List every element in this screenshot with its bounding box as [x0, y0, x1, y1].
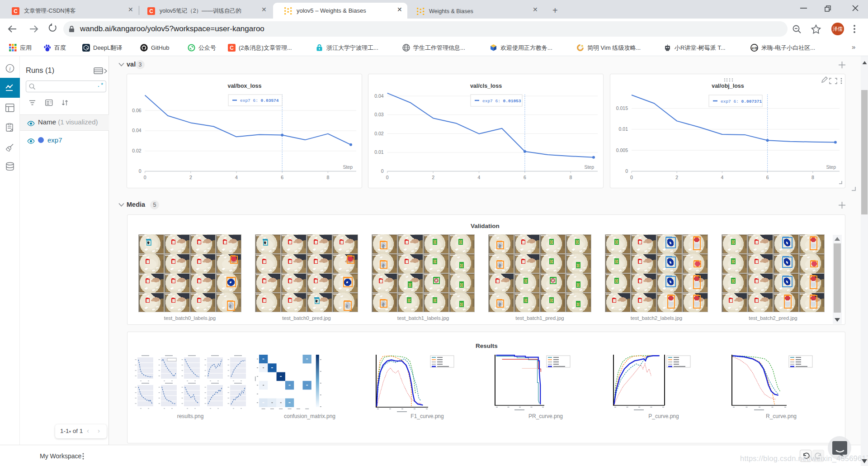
svg-text:0.01: 0.01 [619, 126, 628, 132]
svg-text:4: 4 [721, 175, 723, 180]
svg-text:6: 6 [524, 175, 526, 180]
svg-text:0: 0 [625, 168, 628, 174]
svg-text:0.005: 0.005 [616, 147, 628, 153]
svg-text:2: 2 [675, 175, 678, 180]
svg-text:Step: Step [343, 164, 353, 170]
svg-text:2: 2 [189, 175, 192, 180]
svg-text:0.06: 0.06 [132, 108, 142, 113]
svg-text:C: C [230, 45, 234, 51]
svg-text:0.015: 0.015 [616, 105, 628, 111]
svg-text:exp7 6: 0.007371: exp7 6: 0.007371 [721, 99, 762, 104]
svg-text:0.01: 0.01 [374, 149, 384, 155]
svg-text:Step: Step [584, 164, 594, 170]
svg-text:0.04: 0.04 [374, 93, 384, 99]
svg-text:0: 0 [630, 175, 633, 180]
svg-text:0: 0 [381, 168, 384, 174]
svg-text:val/box_loss: val/box_loss [227, 83, 261, 89]
svg-text:0: 0 [139, 168, 142, 174]
svg-text:C: C [14, 8, 18, 14]
svg-text:exp7 6: 0.01053: exp7 6: 0.01053 [482, 99, 521, 104]
svg-text:4: 4 [235, 175, 238, 180]
svg-text:4: 4 [478, 175, 481, 180]
svg-text:0.02: 0.02 [374, 131, 384, 136]
svg-text:0.02: 0.02 [132, 148, 142, 153]
svg-text:0.04: 0.04 [132, 128, 142, 133]
svg-text:exp7 6: 0.03574: exp7 6: 0.03574 [240, 98, 279, 103]
svg-text:6: 6 [766, 175, 769, 180]
svg-text:2: 2 [432, 175, 434, 180]
svg-text:val/obj_loss: val/obj_loss [712, 83, 744, 89]
svg-text:Step: Step [826, 164, 836, 170]
svg-text:0: 0 [144, 175, 146, 180]
svg-text:8: 8 [569, 175, 572, 180]
svg-text:8: 8 [326, 175, 329, 180]
svg-text:val/cls_loss: val/cls_loss [470, 83, 502, 89]
svg-text:C: C [149, 8, 153, 14]
svg-text:0: 0 [386, 175, 389, 180]
svg-text:i: i [9, 66, 10, 72]
svg-text:米嗨: 米嗨 [751, 47, 758, 50]
svg-text:8: 8 [811, 175, 814, 180]
svg-text:6: 6 [281, 175, 283, 180]
svg-text:0.03: 0.03 [374, 112, 384, 117]
